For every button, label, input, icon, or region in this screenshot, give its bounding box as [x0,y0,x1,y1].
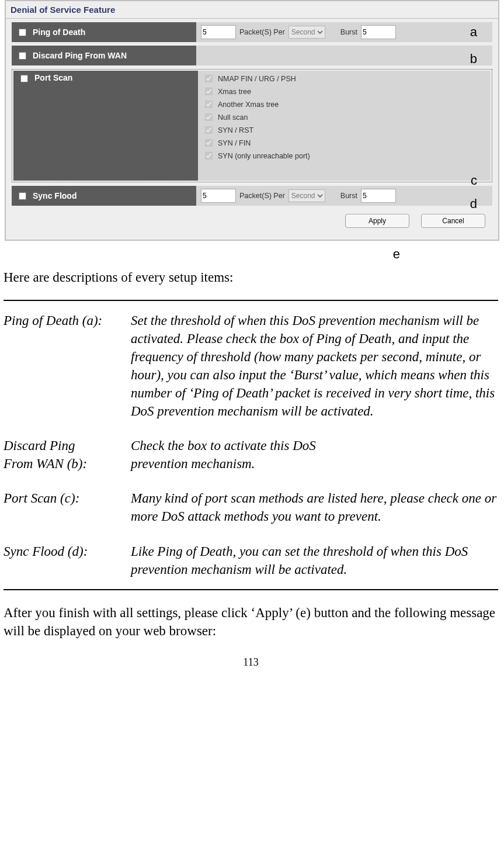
callout-d: d [470,196,477,212]
item-key: Ping of Death (a): [4,311,131,420]
port-scan-option-checkbox[interactable] [205,126,213,134]
ping-of-death-burst-input[interactable] [361,25,396,39]
port-scan-option-label: Null scan [218,113,248,122]
top-rule [4,300,498,301]
item-value: Like Ping of Death, you can set the thre… [131,542,498,579]
port-scan-label: Port Scan [34,73,72,82]
description-item: Ping of Death (a):Set the threshold of w… [4,311,498,420]
port-scan-option-label: NMAP FIN / URG / PSH [218,75,296,83]
port-scan-option: SYN (only unreachable port) [203,150,310,161]
port-scan-options: NMAP FIN / URG / PSHXmas treeAnother Xma… [198,71,491,181]
sync-flood-label-cell: Sync Flood [12,186,196,206]
port-scan-option-checkbox[interactable] [205,75,213,82]
port-scan-option: Xmas tree [203,86,251,97]
port-scan-option-checkbox[interactable] [205,101,213,108]
row-discard-ping: Discard Ping From WAN [12,46,492,65]
ping-of-death-unit-select[interactable]: Second [289,26,325,39]
discard-ping-label: Discard Ping From WAN [33,51,127,60]
item-value: Check the box to activate this DoSpreven… [131,437,498,473]
ping-of-death-checkbox[interactable] [19,29,26,36]
port-scan-option-checkbox[interactable] [205,88,213,95]
port-scan-option-checkbox[interactable] [205,113,213,121]
item-key: Discard PingFrom WAN (b): [4,437,131,473]
document-body: Here are descriptions of every setup ite… [0,241,504,669]
settings-rows: Ping of Death Packet(S) Per Second Burst… [12,22,492,206]
dos-feature-panel: Denial of Service Feature Ping of Death … [5,0,499,241]
bottom-rule [4,589,498,590]
cancel-button[interactable]: Cancel [421,214,485,228]
callout-b: b [470,51,477,67]
port-scan-checkbox[interactable] [20,75,28,82]
button-row: Apply Cancel [6,214,485,228]
ping-of-death-packets-input[interactable] [201,25,236,39]
port-scan-option-checkbox[interactable] [205,152,213,160]
ping-of-death-packets-per: Packet(S) Per [239,28,285,36]
port-scan-option-label: Xmas tree [218,88,251,96]
item-value: Many kind of port scan methods are liste… [131,489,498,525]
description-list: Ping of Death (a):Set the threshold of w… [4,311,498,579]
intro-text: Here are descriptions of every setup ite… [4,268,498,286]
outro-text: After you finish with all settings, plea… [4,604,498,640]
discard-ping-label-cell: Discard Ping From WAN [12,46,196,65]
callout-a: a [470,25,477,40]
sync-flood-packets-input[interactable] [201,189,236,203]
sync-flood-controls: Packet(S) Per Second Burst [196,186,492,206]
ping-of-death-label-cell: Ping of Death [12,22,196,42]
callout-c: c [471,173,477,188]
description-item: Discard PingFrom WAN (b):Check the box t… [4,437,498,473]
port-scan-label-cell: Port Scan [13,71,198,181]
port-scan-option-label: Another Xmas tree [218,101,279,109]
item-key: Port Scan (c): [4,489,131,525]
sync-flood-unit-select[interactable]: Second [289,189,325,202]
port-scan-option-label: SYN (only unreachable port) [218,152,310,160]
sync-flood-burst-input[interactable] [361,189,396,203]
sync-flood-checkbox[interactable] [19,192,26,200]
row-sync-flood: Sync Flood Packet(S) Per Second Burst [12,186,492,206]
description-item: Port Scan (c):Many kind of port scan met… [4,489,498,525]
port-scan-option: Another Xmas tree [203,99,279,110]
port-scan-option: Null scan [203,112,248,123]
discard-ping-checkbox[interactable] [19,52,26,60]
port-scan-option: SYN / FIN [203,137,251,148]
row-port-scan: Port Scan NMAP FIN / URG / PSHXmas treeA… [12,69,492,182]
item-value: Set the threshold of when this DoS preve… [131,311,498,420]
sync-flood-burst-label: Burst [340,192,357,200]
port-scan-option: NMAP FIN / URG / PSH [203,73,296,84]
ping-of-death-controls: Packet(S) Per Second Burst [196,22,492,42]
callout-e: e [393,247,400,262]
discard-ping-controls [196,46,492,65]
panel-title: Denial of Service Feature [6,1,498,19]
page-number: 113 [4,655,498,669]
sync-flood-packets-per: Packet(S) Per [239,192,285,200]
row-ping-of-death: Ping of Death Packet(S) Per Second Burst [12,22,492,42]
port-scan-option-label: SYN / FIN [218,139,251,147]
description-item: Sync Flood (d):Like Ping of Death, you c… [4,542,498,579]
ping-of-death-label: Ping of Death [33,27,85,37]
port-scan-option-label: SYN / RST [218,126,253,134]
ping-of-death-burst-label: Burst [340,28,357,36]
port-scan-option: SYN / RST [203,124,253,136]
port-scan-option-checkbox[interactable] [205,139,213,147]
item-key: Sync Flood (d): [4,542,131,579]
apply-button[interactable]: Apply [345,214,409,228]
sync-flood-label: Sync Flood [33,191,77,200]
